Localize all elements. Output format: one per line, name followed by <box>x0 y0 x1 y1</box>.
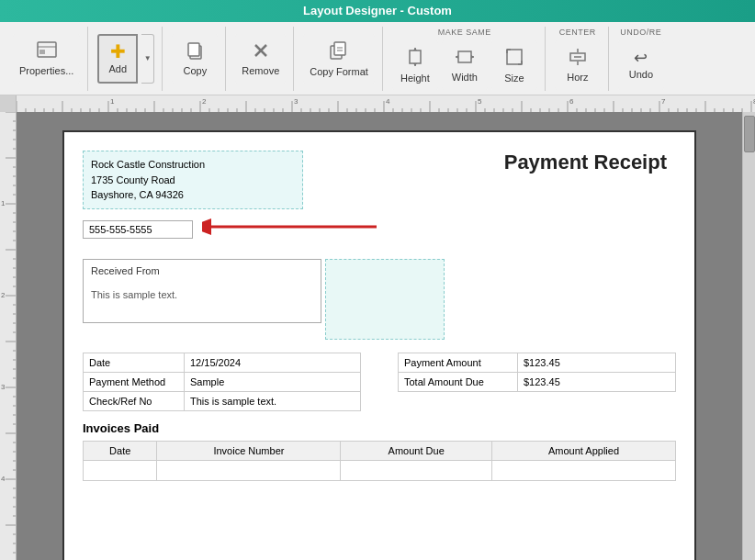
copy-button[interactable]: Copy <box>172 34 218 84</box>
svg-marker-20 <box>471 55 474 59</box>
size-label: Size <box>504 73 524 84</box>
undo-button[interactable]: ↩ Undo <box>618 40 664 90</box>
receipt-title: Payment Receipt <box>504 151 676 174</box>
toolbar-section-properties: Properties... <box>6 27 88 91</box>
svg-rect-21 <box>507 50 522 64</box>
properties-button[interactable]: Properties... <box>13 34 80 84</box>
received-from-label: Received From <box>91 265 313 276</box>
svg-text:3: 3 <box>294 97 299 106</box>
copy-format-button[interactable]: Copy Format <box>303 34 375 84</box>
remove-button[interactable]: Remove <box>235 34 286 84</box>
svg-text:1: 1 <box>1 199 6 207</box>
col-invoice-number: Invoice Number <box>157 441 341 460</box>
remove-icon <box>252 41 270 62</box>
phone-number: 555-555-5555 <box>89 224 152 235</box>
received-from-block: Received From This is sample text. <box>83 259 321 323</box>
horz-icon <box>568 48 588 69</box>
properties-icon <box>37 41 57 62</box>
row1-date <box>84 460 157 480</box>
company-address1: 1735 County Road <box>91 173 295 188</box>
scroll-thumb[interactable] <box>744 116 755 152</box>
svg-rect-16 <box>458 51 471 62</box>
title-label: Layout Designer - Custom <box>303 4 452 17</box>
copy-icon <box>186 41 204 62</box>
undo-icon: ↩ <box>634 50 648 66</box>
make-same-label: MAKE SAME <box>438 28 491 37</box>
vertical-ruler: 1234 <box>0 112 17 560</box>
width-icon <box>455 48 475 69</box>
row1-amount-due <box>341 460 492 480</box>
invoices-table: Date Invoice Number Amount Due Amount Ap… <box>83 441 676 481</box>
undo-label: Undo <box>629 69 653 80</box>
vertical-scrollbar[interactable] <box>742 112 755 560</box>
toolbar-section-undo: UNDO/RE ↩ Undo <box>611 27 671 91</box>
svg-marker-19 <box>456 55 458 59</box>
horizontal-ruler: // ruler ticks drawn via JS below 123456… <box>17 95 755 112</box>
horz-label: Horz <box>567 72 588 83</box>
add-dropdown-button[interactable]: ▼ <box>141 34 154 84</box>
svg-text:5: 5 <box>478 97 482 106</box>
svg-text:4: 4 <box>386 97 390 106</box>
col-date: Date <box>84 441 157 460</box>
payment-amount-value: $123.45 <box>518 353 675 372</box>
teal-overlay-box <box>325 259 445 340</box>
svg-text:1: 1 <box>110 97 115 106</box>
title-bar: Layout Designer - Custom <box>0 0 755 22</box>
svg-text:3: 3 <box>1 383 6 391</box>
details-section: Date 12/15/2024 Payment Method Sample Ch… <box>83 353 676 410</box>
row1-invoice <box>157 460 341 480</box>
col-amount-applied: Amount Applied <box>492 441 676 460</box>
center-label: CENTER <box>559 28 596 37</box>
date-entry: Date 12/15/2024 <box>83 353 361 373</box>
svg-text:6: 6 <box>569 97 574 106</box>
payment-method-entry: Payment Method Sample <box>83 372 361 392</box>
size-icon <box>504 47 524 70</box>
total-amount-label: Total Amount Due <box>399 373 518 391</box>
add-button[interactable]: ✚ Add <box>97 34 138 84</box>
width-button[interactable]: Width <box>442 40 488 90</box>
col-amount-due: Amount Due <box>341 441 492 460</box>
height-label: Height <box>400 73 430 84</box>
svg-rect-11 <box>410 50 421 63</box>
payment-method-value: Sample <box>185 373 360 391</box>
company-name: Rock Castle Construction <box>91 157 295 173</box>
document: Rock Castle Construction 1735 County Roa… <box>62 130 696 560</box>
check-ref-label: Check/Ref No <box>84 392 185 410</box>
received-from-sample: This is sample text. <box>91 289 313 300</box>
add-label: Add <box>109 63 128 74</box>
payment-amount-entry: Payment Amount $123.45 <box>398 353 676 373</box>
check-ref-entry: Check/Ref No This is sample text. <box>83 391 361 411</box>
invoices-title: Invoices Paid <box>83 421 676 435</box>
total-amount-entry: Total Amount Due $123.45 <box>398 372 676 392</box>
address-block: Rock Castle Construction 1735 County Roa… <box>83 151 303 209</box>
svg-text:4: 4 <box>1 475 6 483</box>
svg-rect-4 <box>188 43 199 56</box>
date-value: 12/15/2024 <box>185 353 360 372</box>
toolbar-section-center: CENTER Horz <box>547 27 609 91</box>
width-label: Width <box>452 72 478 83</box>
svg-rect-120 <box>0 112 17 560</box>
properties-label: Properties... <box>19 65 73 76</box>
toolbar-section-copyformat: Copy Format <box>296 27 383 91</box>
height-icon <box>406 47 424 70</box>
toolbar-section-remove: Remove <box>228 27 294 91</box>
toolbar-section-make-same: MAKE SAME Height Width Size <box>385 27 546 91</box>
check-ref-value: This is sample text. <box>185 392 360 410</box>
copy-format-label: Copy Format <box>310 66 368 77</box>
svg-text:7: 7 <box>661 97 666 106</box>
horz-button[interactable]: Horz <box>555 40 601 90</box>
canvas-area[interactable]: Rock Castle Construction 1735 County Roa… <box>17 112 742 560</box>
total-amount-value: $123.45 <box>518 373 675 391</box>
details-left-col: Date 12/15/2024 Payment Method Sample Ch… <box>83 353 361 410</box>
undo-re-label: UNDO/RE <box>620 28 661 37</box>
size-button[interactable]: Size <box>491 40 537 90</box>
copy-label: Copy <box>183 65 207 76</box>
remove-label: Remove <box>242 65 279 76</box>
date-label: Date <box>84 353 185 372</box>
corner-box <box>0 95 17 112</box>
canvas-wrapper: 1234 Rock Castle Construction 1735 Count… <box>0 112 755 560</box>
svg-marker-15 <box>413 63 417 66</box>
company-address2: Bayshore, CA 94326 <box>91 187 295 203</box>
height-button[interactable]: Height <box>392 40 438 90</box>
svg-marker-14 <box>413 48 417 50</box>
